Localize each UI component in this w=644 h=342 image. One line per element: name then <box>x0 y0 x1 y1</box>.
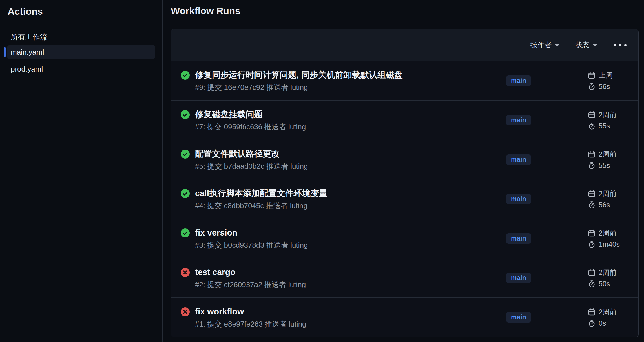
run-commit-info: #9: 提交 16e70e7c92 推送者 luting <box>195 83 403 92</box>
run-duration: 50s <box>599 280 610 288</box>
run-title-link[interactable]: fix workflow <box>195 307 306 317</box>
x-circle-icon <box>181 268 190 277</box>
branch-badge[interactable]: main <box>506 312 531 323</box>
runs-card: 操作者 状态 修复同步运行时间计算问题, 同步关机前卸载默认组磁盘 <box>171 29 639 337</box>
workflow-run-row[interactable]: test cargo #2: 提交 cf260937a2 推送者 luting … <box>171 258 638 297</box>
actor-filter-dropdown[interactable]: 操作者 <box>530 40 559 50</box>
run-commit-info: #7: 提交 0959f6c636 推送者 luting <box>195 123 306 131</box>
status-filter-label: 状态 <box>575 40 589 50</box>
run-date: 上周 <box>599 71 613 80</box>
check-circle-icon <box>181 110 190 119</box>
run-summary: fix workflow #1: 提交 e8e97fe263 推送者 lutin… <box>181 307 506 328</box>
workflow-nav: 所有工作流 main.yaml prod.yaml <box>0 30 162 76</box>
run-title-link[interactable]: 修复磁盘挂载问题 <box>195 109 306 119</box>
branch-badge[interactable]: main <box>506 273 531 283</box>
workflow-run-row[interactable]: 配置文件默认路径更改 #5: 提交 b7daad0b2c 推送者 luting … <box>171 140 638 179</box>
branch-badge[interactable]: main <box>506 115 531 125</box>
check-circle-icon <box>181 228 190 237</box>
stopwatch-icon <box>588 83 596 90</box>
run-title-link[interactable]: test cargo <box>195 267 306 277</box>
stopwatch-icon <box>588 280 596 288</box>
run-date: 2周前 <box>599 228 617 238</box>
calendar-icon <box>588 111 596 119</box>
check-circle-icon <box>181 189 190 198</box>
workflow-run-row[interactable]: fix workflow #1: 提交 e8e97fe263 推送者 lutin… <box>171 297 638 337</box>
workflow-run-row[interactable]: fix version #3: 提交 b0cd9378d3 推送者 luting… <box>171 219 638 258</box>
run-date: 2周前 <box>599 110 617 119</box>
run-summary: call执行脚本添加配置文件环境变量 #4: 提交 c8dbb7045c 推送者… <box>181 188 506 210</box>
runs-toolbar: 操作者 状态 <box>171 29 638 61</box>
branch-badge[interactable]: main <box>506 154 531 165</box>
calendar-icon <box>588 269 596 276</box>
check-circle-icon <box>181 71 190 80</box>
run-date: 2周前 <box>599 189 617 198</box>
run-commit-info: #1: 提交 e8e97fe263 推送者 luting <box>195 320 306 328</box>
run-title-link[interactable]: call执行脚本添加配置文件环境变量 <box>195 188 327 198</box>
run-summary: 修复磁盘挂载问题 #7: 提交 0959f6c636 推送者 luting <box>181 109 506 131</box>
chevron-down-icon <box>593 44 597 47</box>
run-date: 2周前 <box>599 307 617 317</box>
run-duration: 55s <box>599 161 610 170</box>
stopwatch-icon <box>588 122 596 130</box>
calendar-icon <box>588 190 596 197</box>
calendar-icon <box>588 72 596 79</box>
status-filter-dropdown[interactable]: 状态 <box>575 40 597 50</box>
branch-badge[interactable]: main <box>506 75 531 86</box>
run-duration: 1m40s <box>599 240 620 248</box>
actor-filter-label: 操作者 <box>530 40 552 50</box>
workflow-run-row[interactable]: 修复磁盘挂载问题 #7: 提交 0959f6c636 推送者 luting ma… <box>171 100 638 140</box>
run-summary: fix version #3: 提交 b0cd9378d3 推送者 luting <box>181 228 506 249</box>
stopwatch-icon <box>588 319 596 327</box>
run-title-link[interactable]: 修复同步运行时间计算问题, 同步关机前卸载默认组磁盘 <box>195 70 403 80</box>
run-date: 2周前 <box>599 268 617 277</box>
workflow-run-row[interactable]: call执行脚本添加配置文件环境变量 #4: 提交 c8dbb7045c 推送者… <box>171 179 638 219</box>
run-duration: 56s <box>599 83 610 91</box>
run-duration: 55s <box>599 122 610 130</box>
all-workflows-label[interactable]: 所有工作流 <box>0 30 162 44</box>
sidebar-item-prod-yaml[interactable]: prod.yaml <box>7 62 155 76</box>
calendar-icon <box>588 150 596 158</box>
branch-badge[interactable]: main <box>506 233 531 244</box>
run-duration: 56s <box>599 201 610 209</box>
branch-badge[interactable]: main <box>506 194 531 204</box>
run-duration: 0s <box>599 319 606 327</box>
run-commit-info: #5: 提交 b7daad0b2c 推送者 luting <box>195 162 308 170</box>
chevron-down-icon <box>555 44 559 47</box>
workflow-file-label: main.yaml <box>11 48 44 57</box>
more-options-button[interactable] <box>613 41 627 49</box>
run-date: 2周前 <box>599 150 617 159</box>
stopwatch-icon <box>588 201 596 209</box>
stopwatch-icon <box>588 162 596 169</box>
run-summary: 修复同步运行时间计算问题, 同步关机前卸载默认组磁盘 #9: 提交 16e70e… <box>181 70 506 92</box>
check-circle-icon <box>181 150 190 159</box>
run-commit-info: #4: 提交 c8dbb7045c 推送者 luting <box>195 201 327 210</box>
x-circle-icon <box>181 307 190 316</box>
run-title-link[interactable]: fix version <box>195 228 308 238</box>
workflow-runs-panel: Workflow Runs 操作者 状态 <box>163 0 644 342</box>
run-summary: test cargo #2: 提交 cf260937a2 推送者 luting <box>181 267 506 289</box>
run-commit-info: #2: 提交 cf260937a2 推送者 luting <box>195 280 306 289</box>
ellipsis-icon <box>614 44 627 46</box>
calendar-icon <box>588 229 596 237</box>
sidebar-title: Actions <box>8 5 162 17</box>
actions-sidebar: Actions 所有工作流 main.yaml prod.yaml <box>0 0 163 342</box>
stopwatch-icon <box>588 241 596 248</box>
run-list: 修复同步运行时间计算问题, 同步关机前卸载默认组磁盘 #9: 提交 16e70e… <box>171 61 638 337</box>
workflow-file-label: prod.yaml <box>11 65 43 74</box>
sidebar-item-main-yaml[interactable]: main.yaml <box>7 45 155 59</box>
run-commit-info: #3: 提交 b0cd9378d3 推送者 luting <box>195 241 308 249</box>
run-summary: 配置文件默认路径更改 #5: 提交 b7daad0b2c 推送者 luting <box>181 149 506 170</box>
run-title-link[interactable]: 配置文件默认路径更改 <box>195 149 308 159</box>
page-title: Workflow Runs <box>171 4 639 17</box>
workflow-run-row[interactable]: 修复同步运行时间计算问题, 同步关机前卸载默认组磁盘 #9: 提交 16e70e… <box>171 61 638 100</box>
calendar-icon <box>588 308 596 316</box>
